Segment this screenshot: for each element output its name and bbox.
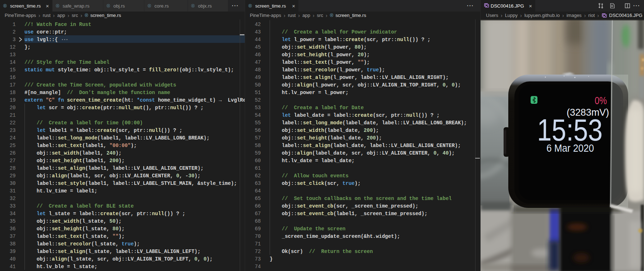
- svg-text:6 Mar 2020: 6 Mar 2020: [546, 142, 594, 154]
- svg-text:15:53: 15:53: [537, 113, 603, 147]
- svg-text:0%: 0%: [595, 95, 607, 106]
